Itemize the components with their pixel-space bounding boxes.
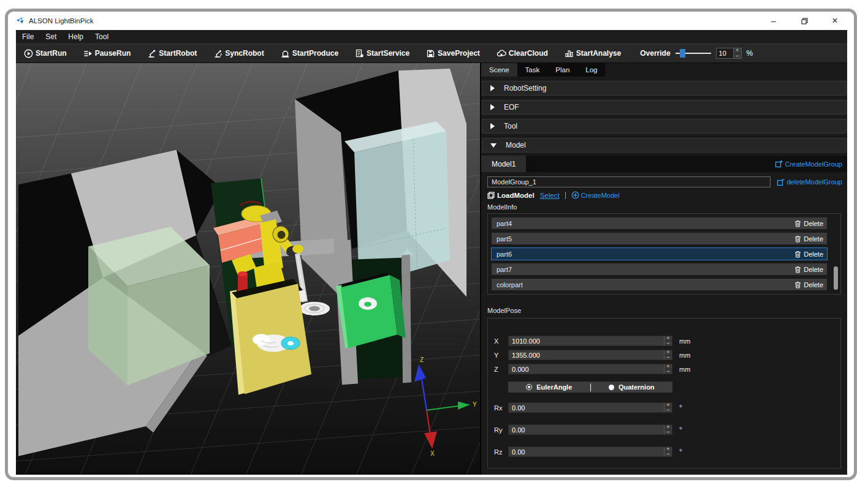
list-item-selected[interactable]: part6 Delete xyxy=(492,248,827,260)
section-robotsetting[interactable]: RobotSetting xyxy=(482,81,847,96)
tab-plan[interactable]: Plan xyxy=(547,63,577,77)
override-unit: % xyxy=(747,49,753,58)
x-unit: mm xyxy=(679,337,690,345)
minimize-button[interactable] xyxy=(769,17,778,25)
step-down-icon[interactable] xyxy=(664,369,672,374)
x-input[interactable] xyxy=(509,336,664,345)
section-model[interactable]: Model xyxy=(482,138,847,153)
ry-input[interactable] xyxy=(509,425,664,434)
z-input[interactable] xyxy=(509,364,664,374)
menu-item-set[interactable]: Set xyxy=(45,32,56,41)
delete-button[interactable]: Delete xyxy=(794,251,823,258)
x-stepper xyxy=(664,336,672,345)
rz-label: Rz xyxy=(494,448,504,456)
select-link[interactable]: Select xyxy=(540,192,560,199)
chevron-right-icon xyxy=(490,104,495,110)
modelgroup-tabrow: Model1 CreateModelGroup xyxy=(481,156,847,172)
app-logo-icon xyxy=(16,17,25,26)
ry-stepper xyxy=(664,425,672,434)
model-pose-group: X mm Y xyxy=(487,318,841,469)
delete-button[interactable]: Delete xyxy=(794,266,823,273)
list-item[interactable]: part7 Delete xyxy=(492,263,827,275)
tab-scene[interactable]: Scene xyxy=(481,63,517,77)
robot-arm-icon xyxy=(147,49,156,58)
radio-selected-icon xyxy=(526,384,532,390)
clearcloud-button[interactable]: ClearCloud xyxy=(497,49,548,58)
list-scrollbar-thumb[interactable] xyxy=(834,266,838,290)
x-spinbox xyxy=(508,336,672,346)
step-down-icon[interactable] xyxy=(664,355,672,360)
menu-item-help[interactable]: Help xyxy=(68,32,83,41)
delete-button[interactable]: Delete xyxy=(794,235,823,243)
delete-button[interactable]: Delete xyxy=(794,220,823,227)
axis-x-label: X xyxy=(430,450,435,457)
step-down-icon[interactable] xyxy=(664,341,672,345)
model-pose-label: ModelPose xyxy=(481,307,847,314)
step-down-icon[interactable] xyxy=(664,430,672,434)
main-area: Z Y X Scene Task Plan Log xyxy=(16,63,847,475)
syncrobot-button[interactable]: SyncRobot xyxy=(213,49,264,58)
y-spinbox xyxy=(508,350,672,360)
startrun-button[interactable]: StartRun xyxy=(24,49,67,58)
saveproject-button[interactable]: SaveProject xyxy=(426,49,480,58)
override-stepper xyxy=(733,48,741,58)
plus-circle-icon xyxy=(571,191,579,199)
override-slider[interactable] xyxy=(676,49,711,58)
delete-model-group-button[interactable]: deleteModelGroup xyxy=(777,178,847,186)
menu-item-tool[interactable]: Tool xyxy=(95,32,108,41)
restore-button[interactable] xyxy=(800,17,809,25)
window-title: ALSON LightBinPick xyxy=(29,17,93,24)
create-model-group-button[interactable]: CreateModelGroup xyxy=(775,156,847,172)
list-item[interactable]: part5 Delete xyxy=(492,233,827,244)
rx-label: Rx xyxy=(494,404,504,412)
quaternion-radio[interactable]: Quaternion xyxy=(591,383,673,391)
delete-button[interactable]: Delete xyxy=(794,281,823,288)
sync-robot-icon xyxy=(213,49,223,58)
startanalyse-button[interactable]: StartAnalyse xyxy=(565,49,621,58)
rz-input[interactable] xyxy=(509,447,664,456)
list-item[interactable]: colorpart Delete xyxy=(492,279,827,290)
pauserun-button[interactable]: PauseRun xyxy=(83,49,131,58)
step-down-icon[interactable] xyxy=(734,54,741,59)
z-label: Z xyxy=(494,366,504,373)
viewport-3d[interactable]: Z Y X xyxy=(16,63,480,475)
tab-log[interactable]: Log xyxy=(577,63,605,77)
model-group-name-input[interactable] xyxy=(487,176,771,187)
list-item[interactable]: part4 Delete xyxy=(492,217,827,229)
y-unit: mm xyxy=(679,352,690,359)
scanned-part xyxy=(359,298,377,310)
tabstrip: Task Plan Log xyxy=(517,63,606,77)
toolbar: StartRun PauseRun StartRobot xyxy=(16,43,847,63)
rx-input[interactable] xyxy=(509,403,664,412)
item-label: part7 xyxy=(497,266,512,273)
override-value-input[interactable] xyxy=(717,48,733,58)
y-input[interactable] xyxy=(509,350,664,360)
menubar: File Set Help Tool xyxy=(16,30,847,43)
modelgroup-tab-model1[interactable]: Model1 xyxy=(481,156,526,172)
startrobot-button[interactable]: StartRobot xyxy=(147,49,197,58)
load-model-button[interactable]: LoadModel xyxy=(487,192,535,199)
pause-run-icon xyxy=(83,49,93,58)
override-group: Override % xyxy=(640,48,753,59)
step-down-icon[interactable] xyxy=(664,408,672,412)
item-label: part6 xyxy=(497,251,512,258)
slider-handle[interactable] xyxy=(680,49,685,58)
step-down-icon[interactable] xyxy=(664,452,672,456)
startservice-button[interactable]: StartService xyxy=(355,49,409,58)
section-tool[interactable]: Tool xyxy=(482,119,847,134)
play-circle-icon xyxy=(24,49,33,58)
chevron-right-icon xyxy=(490,85,495,91)
section-eof[interactable]: EOF xyxy=(482,100,847,115)
create-model-button[interactable]: CreateModel xyxy=(571,191,620,199)
panel-tabbar: Scene Task Plan Log xyxy=(481,63,847,77)
divider xyxy=(565,192,566,199)
tab-task[interactable]: Task xyxy=(517,63,548,77)
startproduce-button[interactable]: StartProduce xyxy=(281,49,338,58)
close-button[interactable] xyxy=(831,17,839,25)
axis-y-label: Y xyxy=(473,401,477,408)
rotation-mode-toggle: EulerAngle Quaternion xyxy=(508,382,672,393)
euler-angle-radio[interactable]: EulerAngle xyxy=(508,383,590,391)
menu-item-file[interactable]: File xyxy=(22,32,34,41)
rz-unit: ° xyxy=(679,448,682,456)
produce-machine-icon xyxy=(281,49,290,58)
